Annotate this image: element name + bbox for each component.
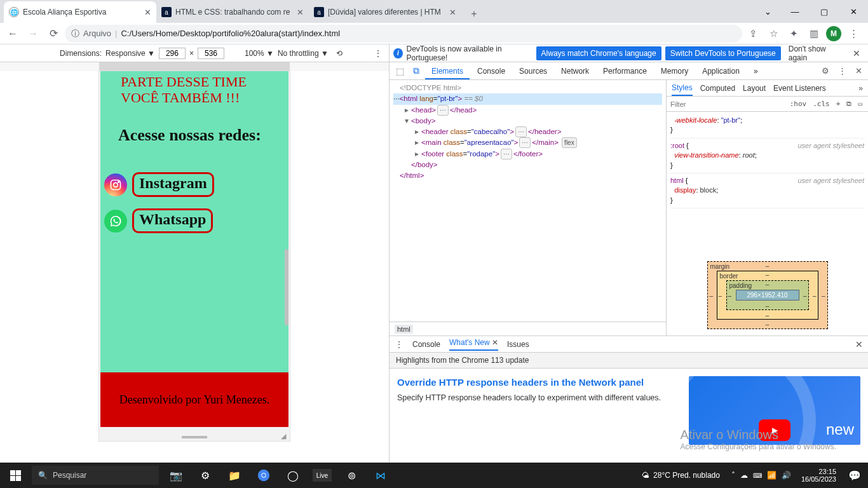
tab-elements[interactable]: Elements bbox=[425, 63, 470, 79]
instagram-link[interactable]: Instagram bbox=[132, 172, 214, 197]
html-node[interactable]: ···<html lang="pt-br"> == $0 bbox=[393, 93, 662, 104]
inspect-icon[interactable]: ⬚ bbox=[392, 66, 407, 76]
devtools-main-tabs: ⬚ ⧉ Elements Console Sources Network Per… bbox=[390, 62, 868, 80]
explorer-icon[interactable]: 📁 bbox=[220, 463, 249, 488]
minimize-button[interactable]: ― bbox=[780, 1, 810, 22]
head-node[interactable]: ▸<head>⋯</head> bbox=[393, 105, 662, 116]
height-input[interactable] bbox=[198, 48, 224, 59]
breadcrumb[interactable]: html bbox=[390, 322, 666, 336]
scrollbar[interactable] bbox=[285, 249, 288, 325]
header-node[interactable]: ▸<header class="cabecalho">⋯</header> bbox=[393, 126, 662, 137]
dom-tree[interactable]: <!DOCTYPE html> ···<html lang="pt-br"> =… bbox=[390, 80, 666, 322]
tab-application[interactable]: Application bbox=[696, 63, 746, 79]
cls-button[interactable]: .cls bbox=[811, 100, 832, 108]
zoom-select[interactable]: 100% ▼ bbox=[245, 49, 274, 58]
tab-layout[interactable]: Layout bbox=[743, 81, 766, 95]
box-model[interactable]: margin – – – – border – – – – padding – … bbox=[667, 255, 868, 336]
css-rules[interactable]: -webkit-locale: "pt-br";} user agent sty… bbox=[667, 112, 868, 255]
tab-close-icon[interactable]: ✕ bbox=[449, 8, 456, 17]
kebab-icon[interactable]: ⋮ bbox=[835, 66, 849, 76]
settings-icon[interactable]: ⚙ bbox=[818, 66, 832, 76]
taskbar-clock[interactable]: 23:15 16/05/2023 bbox=[796, 468, 841, 483]
styles-filter-input[interactable] bbox=[670, 100, 785, 108]
add-rule-icon[interactable]: + bbox=[834, 100, 843, 108]
tab-1[interactable]: 🌐 Escola Aliança Esportiva ✕ bbox=[4, 1, 156, 23]
tab-close-icon[interactable]: ✕ bbox=[144, 8, 151, 17]
watermark-line1: Ativar o Windows bbox=[681, 428, 836, 442]
drawer-close-icon[interactable]: ✕ bbox=[855, 339, 863, 349]
address-bar[interactable]: ⓘ Arquivo | C:/Users/Home/Desktop/portif… bbox=[65, 25, 742, 43]
app-icon[interactable]: ◯ bbox=[278, 463, 308, 488]
devtools-close-icon[interactable]: ✕ bbox=[851, 66, 865, 76]
tab-console[interactable]: Console bbox=[471, 63, 512, 79]
tab-network[interactable]: Network bbox=[555, 63, 595, 79]
tabs-more-icon[interactable]: » bbox=[858, 84, 863, 93]
tab-performance[interactable]: Performance bbox=[597, 63, 653, 79]
rotate-icon[interactable]: ⟲ bbox=[336, 49, 342, 58]
tab-memory[interactable]: Memory bbox=[654, 63, 695, 79]
tab-3[interactable]: a [Dúvida] valores diferentes | HTM ✕ bbox=[309, 1, 461, 23]
wifi-icon[interactable]: 📶 bbox=[767, 471, 776, 480]
new-tab-button[interactable]: + bbox=[465, 5, 483, 23]
onedrive-icon[interactable]: ☁ bbox=[740, 471, 748, 480]
throttle-select[interactable]: No throttling ▼ bbox=[278, 49, 329, 58]
tab-event-listeners[interactable]: Event Listeners bbox=[773, 81, 826, 95]
system-tray[interactable]: ˄ ☁ ⌨ 📶 🔊 bbox=[726, 471, 796, 480]
tab-close-icon[interactable]: ✕ bbox=[297, 8, 304, 17]
menu-icon[interactable]: ⋮ bbox=[845, 25, 862, 42]
taskbar-weather[interactable]: 🌤 28°C Pred. nublado bbox=[635, 471, 726, 480]
sidepanel-icon[interactable]: ▥ bbox=[806, 25, 822, 42]
language-icon[interactable]: ⌨ bbox=[753, 472, 762, 479]
volume-icon[interactable]: 🔊 bbox=[782, 471, 791, 480]
taskbar-search[interactable]: 🔍Pesquisar bbox=[32, 466, 159, 485]
notifications-icon[interactable]: 💬 bbox=[841, 463, 868, 488]
chevron-down-icon[interactable]: ⌄ bbox=[755, 1, 780, 22]
tab-styles[interactable]: Styles bbox=[672, 81, 693, 96]
start-button[interactable] bbox=[0, 463, 31, 488]
close-button[interactable]: ✕ bbox=[839, 1, 868, 22]
device-mode-select[interactable]: Responsive ▼ bbox=[105, 49, 155, 58]
device-toggle-icon[interactable]: ⧉ bbox=[409, 65, 424, 76]
main-node[interactable]: ▸<main class="apresentacao">⋯</main> fle… bbox=[393, 137, 662, 148]
share-icon[interactable]: ⇪ bbox=[745, 25, 761, 42]
hov-button[interactable]: :hov bbox=[788, 100, 809, 108]
back-button[interactable]: ← bbox=[4, 25, 22, 43]
match-language-button[interactable]: Always match Chrome's language bbox=[536, 46, 661, 60]
body-node[interactable]: ▾<body> bbox=[393, 116, 662, 126]
close-icon[interactable]: ✕ bbox=[849, 48, 864, 58]
drawer-tab-whatsnew[interactable]: What's New ✕ bbox=[449, 338, 498, 351]
more-icon[interactable]: ⋮ bbox=[374, 48, 384, 58]
tab-computed[interactable]: Computed bbox=[700, 81, 735, 95]
profile-avatar[interactable]: M bbox=[826, 26, 841, 41]
drawer-tab-issues[interactable]: Issues bbox=[507, 340, 529, 349]
chevron-up-icon[interactable]: ˄ bbox=[731, 471, 735, 480]
maximize-button[interactable]: ▢ bbox=[810, 1, 839, 22]
vscode-icon[interactable]: ⋈ bbox=[366, 463, 395, 488]
extensions-icon[interactable]: ✦ bbox=[785, 25, 802, 42]
width-input[interactable] bbox=[159, 48, 186, 59]
whatsnew-card-title[interactable]: Override HTTP response headers in the Ne… bbox=[397, 376, 680, 389]
drawer-menu-icon[interactable]: ⋮ bbox=[395, 339, 403, 349]
drawer-tab-console[interactable]: Console bbox=[412, 340, 440, 349]
tabs-more-icon[interactable]: » bbox=[747, 63, 764, 79]
computed-toggle-icon[interactable]: ▭ bbox=[856, 100, 864, 108]
chrome-icon[interactable] bbox=[249, 463, 278, 488]
resize-handle[interactable] bbox=[182, 436, 207, 438]
camera-icon[interactable]: 📷 bbox=[161, 463, 191, 488]
whatsapp-link[interactable]: Whatsapp bbox=[132, 208, 213, 233]
tab-2[interactable]: a HTML e CSS: trabalhando com re ✕ bbox=[156, 1, 309, 23]
footer-node[interactable]: ▸<footer class="rodape">⋯</footer> bbox=[393, 149, 662, 159]
app-icon-2[interactable]: ⊚ bbox=[337, 463, 366, 488]
resize-corner-icon[interactable]: ◢ bbox=[281, 432, 288, 440]
dont-show-button[interactable]: Don't show again bbox=[785, 44, 845, 62]
windows-activation-watermark: Ativar o Windows Acesse Configurações pa… bbox=[681, 428, 836, 451]
forward-button[interactable]: → bbox=[24, 25, 42, 43]
close-icon[interactable]: ✕ bbox=[492, 338, 498, 347]
live-icon[interactable]: Live bbox=[313, 469, 332, 482]
switch-language-button[interactable]: Switch DevTools to Portuguese bbox=[665, 46, 781, 60]
tab-sources[interactable]: Sources bbox=[513, 63, 553, 79]
reload-button[interactable]: ⟳ bbox=[44, 25, 62, 43]
star-icon[interactable]: ☆ bbox=[765, 25, 782, 42]
copy-icon[interactable]: ⧉ bbox=[844, 100, 853, 108]
settings-icon[interactable]: ⚙ bbox=[191, 463, 220, 488]
